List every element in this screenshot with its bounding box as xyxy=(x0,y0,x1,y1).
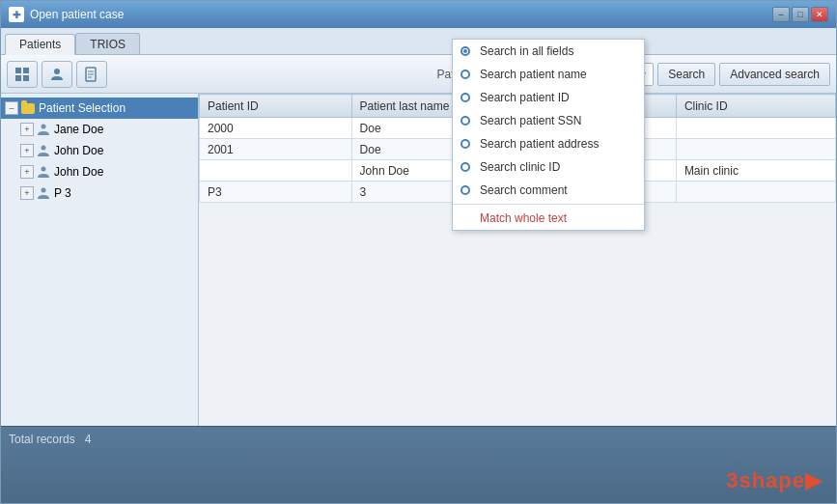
svg-point-9 xyxy=(42,125,46,129)
cell-id-2 xyxy=(200,160,352,182)
dropdown-item-comment[interactable]: Search comment xyxy=(453,179,644,202)
person-icon-john1 xyxy=(36,143,51,158)
cell-clinic-1 xyxy=(676,139,835,160)
svg-point-4 xyxy=(54,69,60,74)
dropdown-item-patient-ssn[interactable]: Search patient SSN xyxy=(453,109,644,132)
window-controls: – □ ✕ xyxy=(772,7,828,22)
close-button[interactable]: ✕ xyxy=(811,7,828,22)
maximize-button[interactable]: □ xyxy=(792,7,809,22)
person-icon-john2 xyxy=(36,164,51,180)
tree-toggle-root[interactable]: – xyxy=(5,101,18,115)
advanced-search-button[interactable]: Advanced search xyxy=(719,63,830,86)
radio-dot-clinic-id xyxy=(460,162,470,172)
dropdown-item-all-fields[interactable]: Search in all fields xyxy=(453,40,644,63)
total-records-text: Total records 4 xyxy=(9,433,91,446)
app-icon: ✚ xyxy=(9,7,24,22)
main-window: ✚ Open patient case – □ ✕ Patients TRIOS xyxy=(0,0,837,504)
dropdown-item-patient-name[interactable]: Search patient name xyxy=(453,63,644,86)
cell-id-0: 2000 xyxy=(200,118,352,139)
radio-dot-patient-ssn xyxy=(460,116,470,126)
dropdown-item-patient-address[interactable]: Search patient address xyxy=(453,132,644,155)
tab-patients[interactable]: Patients xyxy=(5,34,75,55)
tree-label-p3: P 3 xyxy=(54,186,71,200)
tree-item-jane-doe[interactable]: + Jane Doe xyxy=(1,119,198,140)
dropdown-item-match-whole[interactable]: Match whole text xyxy=(453,207,644,230)
tree-toggle-p3[interactable]: + xyxy=(20,186,34,200)
tree-item-john-doe-2[interactable]: + John Doe xyxy=(1,161,198,182)
cell-clinic-2: Main clinic xyxy=(676,160,835,182)
main-content: – Patient Selection + Jane Doe xyxy=(1,94,836,426)
svg-rect-1 xyxy=(23,68,29,73)
grid-icon xyxy=(14,67,30,82)
svg-rect-3 xyxy=(23,75,29,81)
radio-dot-all-fields xyxy=(460,46,470,56)
cell-id-3: P3 xyxy=(200,182,352,203)
tree-toggle-john1[interactable]: + xyxy=(20,144,34,157)
svg-point-11 xyxy=(42,167,46,172)
tab-trios[interactable]: TRIOS xyxy=(75,33,140,54)
brand-logo: 3shape▶ xyxy=(726,468,823,493)
svg-point-12 xyxy=(42,188,46,193)
window-title: Open patient case xyxy=(30,8,767,21)
tree-item-p3[interactable]: + P 3 xyxy=(1,182,198,204)
radio-dot-patient-address xyxy=(460,139,470,149)
svg-point-10 xyxy=(42,146,46,151)
tree-root-node[interactable]: – Patient Selection xyxy=(1,98,198,119)
person-icon-p3 xyxy=(36,185,51,201)
toolbar: Patient search ▾ Search Advanced search xyxy=(1,55,836,94)
dropdown-item-patient-id[interactable]: Search patient ID xyxy=(453,86,644,109)
cell-id-1: 2001 xyxy=(200,139,352,160)
col-header-clinic-id[interactable]: Clinic ID xyxy=(676,95,835,118)
left-panel: – Patient Selection + Jane Doe xyxy=(1,94,199,426)
svg-rect-0 xyxy=(15,68,21,73)
tree-label-john2: John Doe xyxy=(54,165,103,179)
radio-dot-patient-id xyxy=(460,93,470,102)
person-icon xyxy=(49,67,65,82)
radio-dot-patient-name xyxy=(460,70,470,79)
grid-view-button[interactable] xyxy=(7,61,38,88)
tree-toggle-jane[interactable]: + xyxy=(20,123,34,136)
title-bar: ✚ Open patient case – □ ✕ xyxy=(1,1,836,28)
tree-item-john-doe-1[interactable]: + John Doe xyxy=(1,140,198,161)
tree-label-john1: John Doe xyxy=(54,144,103,157)
search-dropdown-menu: Search in all fields Search patient name… xyxy=(452,39,645,231)
document-button[interactable] xyxy=(76,61,107,88)
document-icon xyxy=(84,67,99,82)
status-bar: Total records 4 3shape▶ xyxy=(1,426,836,503)
tree-label-jane: Jane Doe xyxy=(54,123,103,136)
radio-dot-comment xyxy=(460,185,470,195)
folder-icon xyxy=(20,100,36,116)
tree-toggle-john2[interactable]: + xyxy=(20,165,34,179)
person-icon-jane xyxy=(36,122,51,137)
tab-bar: Patients TRIOS xyxy=(1,28,836,55)
tree-root-label: Patient Selection xyxy=(39,101,126,115)
col-header-patient-id[interactable]: Patient ID xyxy=(200,95,352,118)
cell-clinic-3 xyxy=(676,182,835,203)
dropdown-divider xyxy=(453,204,644,205)
tree-root: – Patient Selection + Jane Doe xyxy=(1,98,198,204)
cell-clinic-0 xyxy=(676,118,835,139)
search-button[interactable]: Search xyxy=(657,63,715,86)
svg-rect-2 xyxy=(15,75,21,81)
person-button[interactable] xyxy=(42,61,72,88)
minimize-button[interactable]: – xyxy=(772,7,790,22)
dropdown-item-clinic-id[interactable]: Search clinic ID xyxy=(453,155,644,179)
